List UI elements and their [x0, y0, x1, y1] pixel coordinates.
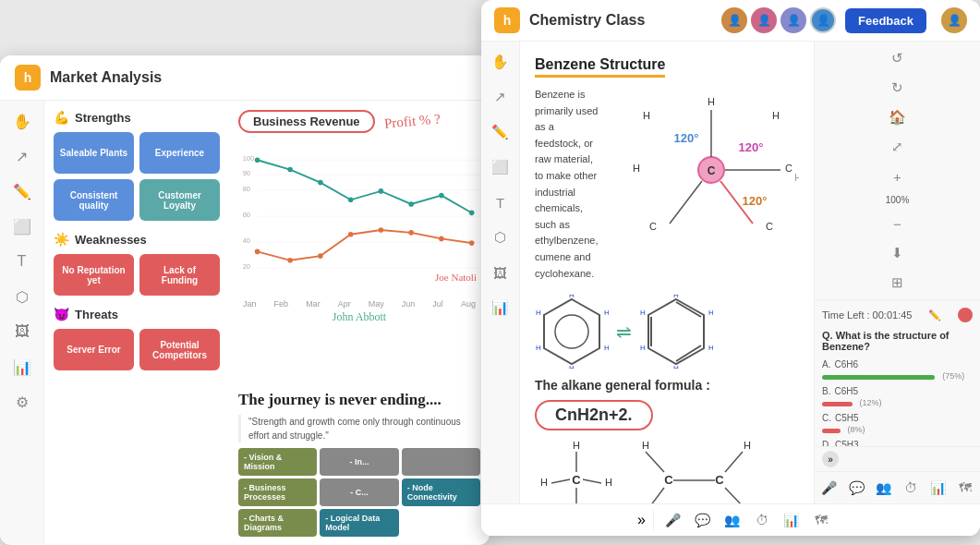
chem-logo: h	[494, 7, 520, 33]
svg-text:H: H	[536, 344, 541, 352]
grid-cell-business: - Business Processes	[238, 478, 317, 506]
grid-icon[interactable]: ⊞	[887, 272, 909, 294]
expand-right-icon[interactable]: »	[822, 451, 839, 467]
svg-point-12	[255, 157, 260, 163]
select-tool-icon[interactable]: ↗	[11, 145, 33, 167]
svg-text:H: H	[708, 96, 715, 107]
bottom-grid: - Vision & Mission - In... - Business Pr…	[238, 448, 480, 537]
threats-section: 😈 Threats Server Error Potential Competi…	[54, 307, 220, 370]
svg-text:C: C	[785, 163, 792, 174]
svg-point-25	[408, 230, 414, 236]
people-icon[interactable]: 👥	[875, 478, 893, 498]
strengths-cards: Saleable Plants Experience Consistent qu…	[54, 132, 220, 221]
svg-text:H: H	[744, 440, 751, 451]
redo-icon[interactable]: ↻	[887, 77, 909, 99]
svg-line-82	[725, 488, 743, 503]
svg-line-66	[551, 479, 570, 483]
svg-point-21	[287, 258, 293, 263]
data-icon[interactable]: 📊	[490, 297, 512, 319]
option-a-letter: A.	[822, 359, 830, 369]
zoom-out-icon[interactable]: −	[887, 212, 909, 235]
svg-point-19	[469, 211, 475, 216]
svg-point-17	[408, 201, 414, 207]
chem-title: Chemistry Class	[529, 12, 712, 29]
quiz-panel: Time Left : 00:01:45 ✏️ Q. What is the s…	[815, 300, 980, 446]
weaknesses-title: ☀️ Weaknesses	[54, 232, 220, 247]
svg-line-33	[670, 181, 702, 224]
download-icon[interactable]: ⬇	[887, 242, 909, 264]
strength-card-1: Saleable Plants	[54, 132, 134, 174]
svg-text:C: C	[572, 473, 581, 487]
svg-text:H: H	[569, 295, 575, 299]
svg-point-23	[348, 232, 354, 237]
svg-text:H: H	[708, 344, 713, 352]
chem-chart-icon[interactable]: 📊	[781, 510, 802, 530]
connect-tool-icon[interactable]: ⚙	[11, 391, 33, 413]
svg-text:C: C	[649, 221, 657, 232]
pen-tool-icon[interactable]: ✏️	[11, 180, 33, 202]
chem-expand-icon[interactable]: »	[630, 510, 654, 530]
feedback-button[interactable]: Feedback	[845, 8, 926, 33]
angle-diagram: C H C C C H	[614, 87, 799, 282]
chem-main: Benzene Structure Benzene is primarily u…	[520, 42, 814, 503]
home-icon[interactable]: 🏠	[887, 106, 909, 128]
option-b-letter: B.	[822, 386, 830, 396]
benzene-ring-2: H H H H H H	[639, 295, 713, 369]
timer-edit-icon[interactable]: ✏️	[928, 309, 941, 321]
chem-map-icon[interactable]: 🗺	[811, 510, 831, 530]
grid-cell-vision: - Vision & Mission	[238, 448, 317, 476]
fullscreen-icon[interactable]: ⤢	[887, 136, 909, 158]
methane-item: H H C H H CH₄ METHANE	[535, 440, 618, 503]
option-a-bar	[822, 375, 935, 380]
undo-icon[interactable]: ↺	[887, 47, 909, 69]
quote-text: "Strength and growth come only through c…	[238, 415, 480, 442]
svg-text:20: 20	[243, 262, 250, 271]
svg-text:C: C	[664, 473, 673, 487]
avatar-1: 👤	[721, 7, 747, 33]
chat-icon[interactable]: 💬	[848, 478, 866, 498]
chart-x-labels: JanFebMarAprMayJunJulAug	[238, 299, 480, 309]
map-icon[interactable]: 🗺	[957, 478, 975, 498]
image-tool-icon[interactable]: 🖼	[11, 321, 33, 343]
quiz-option-a: A. C6H6 (75%)	[822, 359, 973, 381]
timer-icon[interactable]: ⏱	[902, 478, 921, 498]
chart-icon[interactable]: 📊	[929, 478, 948, 498]
option-a-text: C6H6	[834, 359, 858, 369]
zoom-in-icon[interactable]: +	[887, 165, 909, 188]
draw-tool-icon[interactable]: ✏️	[490, 121, 512, 143]
chem-avatars: 👤 👤 👤 👤	[721, 7, 836, 33]
timer-red-dot	[958, 308, 973, 322]
shape-tool-icon[interactable]: ⬡	[11, 285, 33, 308]
svg-line-54	[676, 302, 701, 317]
svg-text:H: H	[642, 440, 649, 451]
text-tool-icon[interactable]: T	[11, 250, 33, 272]
svg-point-22	[318, 253, 323, 259]
eraser-tool-icon[interactable]: ⬜	[11, 215, 33, 237]
svg-text:100: 100	[243, 154, 254, 163]
weaknesses-section: ☀️ Weaknesses No Reputation yet Lack of …	[54, 232, 220, 296]
avatar-3: 👤	[780, 7, 806, 33]
shapes-icon[interactable]: ⬡	[490, 226, 512, 248]
option-a-percent: (75%)	[942, 371, 964, 381]
svg-point-16	[379, 188, 384, 194]
chem-collab-icon[interactable]: 👥	[722, 510, 743, 530]
chem-chat-icon[interactable]: 💬	[693, 510, 713, 530]
erase-tool-icon[interactable]: ⬜	[490, 156, 512, 178]
arrow-tool-icon[interactable]: ↗	[490, 86, 512, 108]
mic-icon[interactable]: 🎤	[820, 478, 839, 498]
media-icon[interactable]: 🖼	[490, 261, 512, 284]
chem-timer-icon[interactable]: ⏱	[752, 510, 772, 530]
quiz-option-d: D. C5H3 (05%)	[822, 440, 973, 446]
ethene-svg: H C H C H H	[636, 440, 756, 503]
svg-text:H: H	[569, 364, 575, 369]
svg-point-27	[469, 240, 475, 246]
pointer-tool-icon[interactable]: ✋	[11, 110, 33, 132]
svg-marker-45	[544, 299, 599, 364]
market-logo: h	[15, 65, 41, 91]
chem-mic-icon[interactable]: 🎤	[663, 510, 684, 530]
chart-tool-icon[interactable]: 📊	[11, 356, 33, 378]
chart-title-area: Business Revenue Profit % ?	[238, 110, 480, 133]
threat-card-2: Potential Competitors	[139, 329, 220, 370]
hand-tool-icon[interactable]: ✋	[490, 51, 512, 73]
text-insert-icon[interactable]: T	[490, 191, 512, 213]
